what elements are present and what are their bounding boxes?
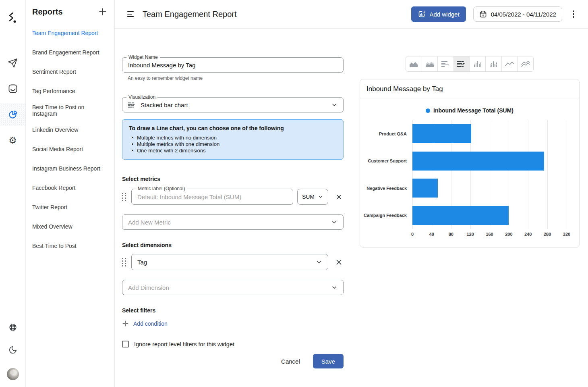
select-filters-heading: Select filters [122, 307, 344, 314]
calendar-icon [479, 10, 487, 18]
dimension-value: Tag [137, 259, 147, 266]
legend-dot [426, 108, 430, 113]
sidebar-item[interactable]: Tag Performance [26, 81, 114, 101]
x-tick-label: 320 [563, 232, 570, 237]
visualization-select[interactable]: Visualization Stacked bar chart [122, 97, 344, 112]
widget-name-field[interactable]: Widget Name Inbound Message by Tag [122, 57, 344, 73]
date-range-picker[interactable]: 04/05/2022 - 04/11/2022 [473, 6, 562, 22]
stacked-column-chart-icon [489, 61, 498, 67]
dark-mode-toggle[interactable] [0, 339, 25, 361]
dark-mode-moon-icon [8, 345, 17, 354]
visualization-label: Visualization [126, 94, 157, 100]
plus-icon [98, 7, 107, 16]
add-new-metric-select[interactable]: Add New Metric [122, 214, 344, 230]
bar-chart-button[interactable] [437, 56, 453, 71]
metric-label-placeholder: Default: Inbound Message Total (SUM) [137, 194, 241, 200]
add-dimension-placeholder: Add Dimension [128, 284, 169, 291]
x-tick-label: 200 [505, 232, 512, 237]
stacked-line-chart-button[interactable] [517, 56, 533, 71]
save-button[interactable]: Save [313, 354, 344, 368]
stacked-column-chart-button[interactable] [485, 56, 501, 71]
sidebar-item[interactable]: Social Media Report [26, 139, 114, 159]
sidebar-item[interactable]: Sentiment Report [26, 62, 114, 81]
drag-handle-icon[interactable] [122, 258, 126, 266]
page-title: Team Engagement Report [143, 10, 236, 19]
info-box-bullets: Multiple metrics with no dimensionMultip… [132, 135, 337, 154]
sidebar-item[interactable]: Team Engagement Report [26, 23, 114, 43]
add-condition-button[interactable]: Add condition [122, 318, 168, 329]
ignore-filters-row: Ignore report level filters for this wid… [122, 341, 344, 347]
category-label: Product Q&A [362, 131, 407, 136]
add-dimension-select[interactable]: Add Dimension [122, 280, 344, 295]
app-logo[interactable] [0, 6, 25, 29]
remove-dimension-button[interactable] [334, 258, 344, 267]
reports-pie-icon [8, 110, 18, 120]
add-widget-button[interactable]: Add widget [411, 6, 466, 22]
line-chart-button[interactable] [501, 56, 518, 71]
column-chart-icon [473, 61, 482, 67]
kebab-menu-icon [573, 10, 574, 18]
sidebar-item[interactable]: Twitter Report [26, 198, 114, 217]
report-menu-button[interactable] [126, 10, 136, 19]
gridline [528, 120, 528, 229]
sidebar-item[interactable]: Instagram Business Report [26, 159, 114, 178]
stacked-bar-chart-button[interactable] [453, 56, 470, 71]
stacked-area-chart-button[interactable] [422, 56, 438, 71]
ignore-filters-checkbox[interactable] [122, 341, 129, 347]
sidebar-item[interactable]: Linkedin Overview [26, 120, 114, 139]
x-tick-label: 0 [411, 232, 414, 237]
sidebar-item[interactable]: Best Time to Post on Instagram [26, 101, 114, 120]
aggregation-select[interactable]: SUM [297, 189, 328, 205]
legend-label: Inbound Message Total (SUM) [433, 107, 513, 114]
settings-gear-icon: ⚙ [8, 136, 17, 145]
metric-label-field[interactable]: Metric label (Optional) Default: Inbound… [131, 189, 293, 205]
sidebar-item[interactable]: Best Time to Post [26, 236, 114, 256]
sidebar-item[interactable]: Mixed Overview [26, 217, 114, 236]
dimension-select[interactable]: Tag [131, 254, 328, 270]
chevron-down-icon [331, 219, 337, 225]
bar-negative-feedback [412, 179, 438, 198]
info-bullet: Multiple metrics with no dimension [132, 135, 337, 141]
drag-handle-icon[interactable] [122, 193, 126, 201]
column-chart-button[interactable] [470, 56, 486, 71]
stacked-bar-chart-icon [457, 61, 466, 67]
chevron-down-icon [331, 284, 337, 291]
aggregation-value: SUM [302, 194, 315, 200]
close-icon [335, 259, 342, 266]
chart-type-toolbar [406, 56, 534, 72]
compose-send-icon [8, 58, 18, 68]
reports-sidebar: Reports Team Engagement ReportBrand Enga… [26, 0, 115, 387]
nav-support[interactable] [0, 316, 25, 339]
bar-product-q-a [412, 124, 471, 143]
app-icon-rail: ⚙ [0, 0, 26, 387]
area-chart-icon [409, 61, 418, 67]
main-area: Team Engagement Report Add widget [115, 0, 588, 387]
widget-form: Widget Name Inbound Message by Tag An ea… [122, 29, 344, 368]
chevron-down-icon [316, 259, 322, 265]
nav-compose[interactable] [0, 52, 25, 74]
category-label: Customer Support [362, 158, 407, 163]
add-condition-label: Add condition [133, 320, 168, 327]
sidebar-item[interactable]: Brand Engagement Report [26, 43, 114, 62]
x-tick-label: 80 [449, 232, 453, 237]
report-header: Team Engagement Report Add widget [115, 0, 588, 29]
x-tick-label: 160 [486, 232, 493, 237]
nav-inbox[interactable] [0, 77, 25, 100]
cancel-button[interactable]: Cancel [275, 355, 306, 368]
legend-item[interactable]: Inbound Message Total (SUM) [360, 107, 579, 114]
info-box-title: To draw a Line chart, you can choose one… [129, 125, 337, 131]
dimension-row: Tag [122, 254, 344, 270]
add-report-button[interactable] [97, 6, 108, 17]
bar-chart-icon [441, 61, 450, 67]
info-bullet: One metric with 2 dimensions [132, 148, 337, 154]
category-label: Campaign Feedback [362, 213, 407, 218]
area-chart-button[interactable] [406, 56, 422, 71]
menu-icon [127, 11, 135, 17]
remove-metric-button[interactable] [334, 192, 344, 202]
widget-chart-plus-icon [418, 10, 426, 18]
nav-reports[interactable] [0, 103, 25, 126]
sidebar-item[interactable]: Facebook Report [26, 178, 114, 198]
nav-settings[interactable]: ⚙ [0, 129, 25, 152]
user-menu[interactable] [0, 363, 25, 385]
report-more-button[interactable] [571, 9, 576, 19]
